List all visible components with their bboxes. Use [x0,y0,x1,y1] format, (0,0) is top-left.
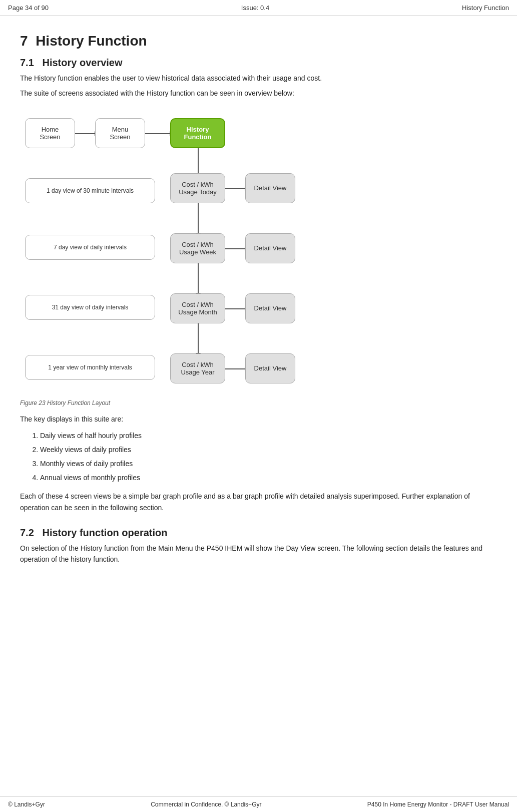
header-right: History Function [462,4,509,12]
cost-today-box: Cost / kWh Usage Today [170,173,225,203]
label-31day-box: 31 day view of daily intervals [25,295,155,320]
header-center: Issue: 0.4 [241,4,269,12]
intro-paragraph-2: The suite of screens associated with the… [20,88,497,99]
arrow-week-to-month [198,263,199,293]
header-left: Page 34 of 90 [8,4,49,12]
cost-month-box: Cost / kWh Usage Month [170,293,225,323]
detail-view-4-box: Detail View [245,353,295,383]
history-function-diagram: Home Screen Menu Screen History Function… [20,113,497,393]
paragraph-after-list: Each of these 4 screen views be a simple… [20,491,497,513]
arrow-home-to-menu [75,133,95,134]
home-screen-box: Home Screen [25,118,75,148]
subsection-title-1: 7.1 History overview [20,57,497,69]
list-item-1: Daily views of half hourly profiles [40,429,497,443]
detail-view-1-box: Detail View [245,173,295,203]
footer-center: Commercial in Confidence. © Landis+Gyr [151,801,261,808]
cost-week-box: Cost / kWh Usage Week [170,233,225,263]
arrow-month-to-year [198,323,199,353]
detail-view-2-box: Detail View [245,233,295,263]
intro-paragraph-1: The History function enables the user to… [20,73,497,84]
arrow-week-to-detail2 [225,248,245,249]
arrow-month-to-detail3 [225,308,245,309]
arrow-menu-to-history [145,133,170,134]
arrow-today-to-week [198,203,199,233]
page-header: Page 34 of 90 Issue: 0.4 History Functio… [0,0,517,16]
footer-left: © Landis+Gyr [8,801,45,808]
detail-view-3-box: Detail View [245,293,295,323]
footer-right: P450 In Home Energy Monitor - DRAFT User… [367,801,509,808]
figure-caption: Figure 23 History Function Layout [20,399,497,407]
subsection-title-2: 7.2 History function operation [20,527,497,539]
label-1year-box: 1 year view of monthly intervals [25,355,155,380]
list-item-2: Weekly views of daily profiles [40,443,497,457]
subsection-2-paragraph: On selection of the History function fro… [20,543,497,565]
label-7day-box: 7 day view of daily intervals [25,235,155,260]
list-item-4: Annual views of monthly profiles [40,471,497,485]
section-title: 7 History Function [20,33,497,49]
key-displays-list: Daily views of half hourly profiles Week… [40,429,497,485]
arrow-year-to-detail4 [225,368,245,369]
main-content: 7 History Function 7.1 History overview … [0,16,517,589]
history-function-box: History Function [170,118,225,148]
key-displays-intro: The key displays in this suite are: [20,414,497,425]
label-1day-box: 1 day view of 30 minute intervals [25,178,155,203]
arrow-today-to-detail1 [225,188,245,189]
cost-year-box: Cost / kWh Usage Year [170,353,225,383]
list-item-3: Monthly views of daily profiles [40,457,497,471]
page-footer: © Landis+Gyr Commercial in Confidence. ©… [0,796,517,812]
menu-screen-box: Menu Screen [95,118,145,148]
